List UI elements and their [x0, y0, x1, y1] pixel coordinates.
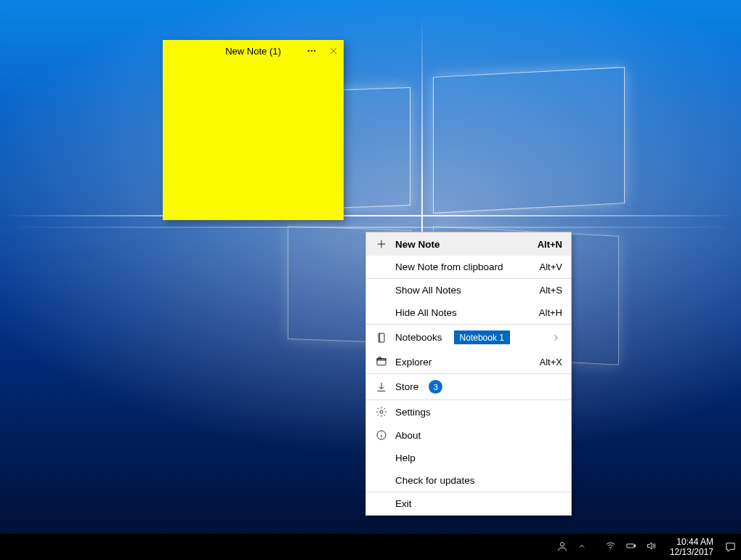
tray-overflow-icon[interactable]	[578, 542, 586, 553]
svg-rect-7	[378, 333, 384, 342]
sticky-note-titlebar[interactable]: New Note (1)	[163, 40, 344, 62]
menu-item-new-from-clipboard[interactable]: New Note from clipboard Alt+V	[366, 256, 571, 278]
svg-rect-11	[378, 357, 381, 359]
chevron-right-icon	[549, 333, 562, 342]
taskbar-clock[interactable]: 10:44 AM 12/13/2017	[664, 537, 719, 558]
gear-icon	[375, 406, 388, 418]
svg-point-2	[314, 50, 315, 52]
menu-accel: Alt+X	[540, 357, 562, 368]
notebook-badge: Notebook 1	[454, 330, 510, 344]
tray-context-menu: New Note Alt+N New Note from clipboard A…	[365, 232, 572, 516]
menu-label: Explorer	[395, 357, 533, 368]
menu-label: New Note from clipboard	[395, 261, 533, 272]
plus-icon	[375, 238, 388, 250]
wifi-icon[interactable]	[605, 540, 616, 553]
menu-item-check-updates[interactable]: Check for updates	[366, 469, 571, 492]
menu-label: New Note	[395, 239, 530, 250]
store-count-badge: 3	[429, 380, 442, 394]
close-icon[interactable]	[326, 44, 341, 58]
menu-label: Exit	[395, 498, 562, 509]
sticky-note-title: New Note (1)	[225, 46, 281, 57]
notebook-icon	[375, 332, 388, 344]
download-icon	[375, 381, 388, 393]
menu-label: Check for updates	[395, 475, 562, 486]
menu-item-settings[interactable]: Settings	[366, 400, 571, 423]
svg-point-14	[380, 410, 383, 413]
svg-point-1	[311, 50, 312, 52]
menu-item-store[interactable]: Store 3	[366, 374, 571, 399]
svg-rect-21	[634, 545, 635, 547]
menu-item-new-note[interactable]: New Note Alt+N	[366, 232, 571, 256]
info-icon	[375, 429, 388, 441]
menu-accel: Alt+H	[539, 307, 562, 318]
menu-label: Hide All Notes	[395, 307, 532, 318]
menu-label: Store	[395, 381, 418, 392]
people-icon[interactable]	[556, 540, 568, 554]
menu-item-hide-all[interactable]: Hide All Notes Alt+H	[366, 301, 571, 324]
system-tray[interactable]	[549, 540, 664, 554]
sticky-note-window[interactable]: New Note (1)	[163, 40, 344, 220]
svg-rect-9	[377, 359, 386, 365]
sticky-note-body[interactable]	[163, 62, 344, 220]
taskbar[interactable]: 10:44 AM 12/13/2017	[0, 534, 741, 560]
menu-item-help[interactable]: Help	[366, 447, 571, 469]
taskbar-date: 12/13/2017	[670, 547, 713, 557]
menu-item-explorer[interactable]: Explorer Alt+X	[366, 350, 571, 373]
menu-item-show-all[interactable]: Show All Notes Alt+S	[366, 279, 571, 301]
menu-accel: Alt+N	[538, 239, 562, 250]
svg-marker-22	[647, 543, 652, 549]
taskbar-time: 10:44 AM	[670, 537, 713, 547]
svg-rect-20	[627, 544, 634, 548]
menu-item-about[interactable]: About	[366, 423, 571, 447]
menu-item-notebooks[interactable]: Notebooks Notebook 1	[366, 325, 571, 350]
svg-point-0	[308, 50, 309, 52]
svg-point-18	[560, 542, 564, 545]
menu-label: Show All Notes	[395, 285, 533, 296]
svg-point-17	[381, 433, 382, 434]
battery-icon[interactable]	[625, 540, 636, 553]
menu-item-exit[interactable]: Exit	[366, 492, 571, 515]
menu-accel: Alt+V	[540, 261, 562, 272]
menu-label: About	[395, 430, 562, 441]
menu-label: Settings	[395, 407, 562, 418]
action-center-icon[interactable]	[719, 534, 741, 560]
menu-label: Help	[395, 453, 562, 463]
explorer-icon	[375, 356, 388, 368]
menu-accel: Alt+S	[540, 285, 562, 296]
more-icon[interactable]	[304, 44, 319, 58]
volume-icon[interactable]	[646, 540, 657, 553]
menu-label: Notebooks	[395, 332, 442, 343]
svg-point-19	[610, 548, 611, 549]
